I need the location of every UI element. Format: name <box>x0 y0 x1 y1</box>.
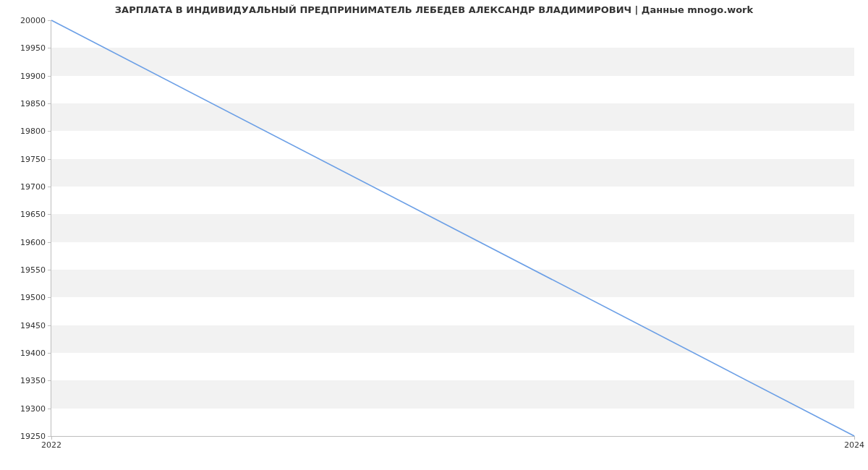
y-tick-label: 19400 <box>20 349 51 358</box>
line-layer <box>51 20 854 436</box>
y-tick-label: 19900 <box>20 71 51 80</box>
y-tick-mark <box>48 20 51 21</box>
y-tick-mark <box>48 131 51 132</box>
y-tick-mark <box>48 325 51 326</box>
y-tick-label: 19850 <box>20 99 51 108</box>
y-tick-mark <box>48 270 51 270</box>
series-line <box>51 20 854 436</box>
y-tick-label: 19500 <box>20 293 51 302</box>
y-tick-label: 19750 <box>20 154 51 163</box>
y-tick-mark <box>48 353 51 354</box>
y-tick-mark <box>48 409 51 409</box>
y-tick-mark <box>48 159 51 160</box>
y-tick-label: 19700 <box>20 182 51 192</box>
y-tick-label: 20000 <box>20 16 51 25</box>
y-tick-mark <box>48 187 51 187</box>
y-tick-label: 19550 <box>20 265 51 275</box>
chart-container: ЗАРПЛАТА В ИНДИВИДУАЛЬНЫЙ ПРЕДПРИНИМАТЕЛ… <box>0 0 868 470</box>
y-tick-mark <box>48 297 51 298</box>
y-tick-mark <box>48 214 51 215</box>
y-tick-label: 19650 <box>20 210 51 219</box>
chart-title: ЗАРПЛАТА В ИНДИВИДУАЛЬНЫЙ ПРЕДПРИНИМАТЕЛ… <box>0 4 868 15</box>
plot-area: 1925019300193501940019450195001955019600… <box>51 20 854 437</box>
y-tick-label: 19600 <box>20 237 51 247</box>
y-tick-mark <box>48 76 51 77</box>
y-tick-label: 19950 <box>20 43 51 53</box>
y-tick-mark <box>48 242 51 243</box>
y-tick-label: 19800 <box>20 127 51 136</box>
y-tick-mark <box>48 380 51 381</box>
x-tick-mark <box>854 436 855 440</box>
y-tick-mark <box>48 48 51 48</box>
y-tick-label: 19300 <box>20 403 51 413</box>
y-tick-mark <box>48 103 51 104</box>
x-tick-mark <box>51 436 52 440</box>
y-tick-label: 19450 <box>20 320 51 330</box>
y-tick-label: 19350 <box>20 376 51 385</box>
